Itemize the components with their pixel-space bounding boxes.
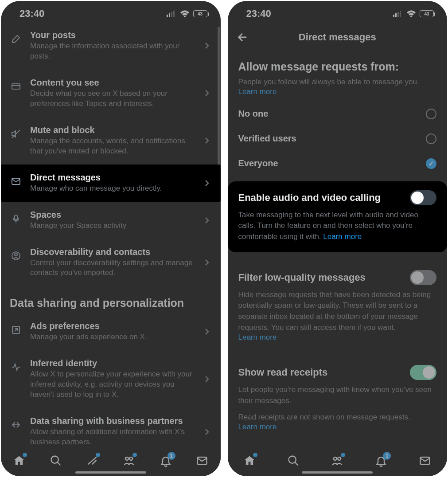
- cellular-icon: [393, 11, 403, 17]
- tab-messages[interactable]: [419, 454, 431, 467]
- status-time: 23:40: [19, 8, 44, 20]
- radio-everyone[interactable]: Everyone: [228, 151, 448, 176]
- settings-item-mute-and-block[interactable]: Mute and blockManage the accounts, words…: [1, 117, 221, 165]
- radio-label: No one: [238, 109, 269, 119]
- battery-icon: 43: [193, 10, 207, 17]
- svg-line-13: [57, 462, 60, 466]
- filter-toggle[interactable]: [410, 270, 436, 285]
- chevron-right-icon: [204, 88, 212, 98]
- tab-communities[interactable]: [123, 454, 135, 467]
- settings-item-spaces[interactable]: SpacesManage your Spaces activity: [1, 202, 221, 239]
- svg-rect-3: [173, 11, 175, 17]
- item-title: Discoverability and contacts: [30, 247, 196, 257]
- wifi-icon: [406, 10, 416, 17]
- status-bar: 23:40 43: [1, 1, 221, 22]
- battery-icon: 43: [420, 10, 434, 17]
- settings-item-inferred-identity[interactable]: Inferred identityAllow X to personalize …: [1, 350, 221, 408]
- cellular-icon: [167, 11, 176, 17]
- settings-item-direct-messages[interactable]: Direct messagesManage who can message yo…: [1, 165, 221, 202]
- svg-rect-20: [400, 11, 401, 17]
- notification-badge: 1: [383, 452, 391, 460]
- home-indicator[interactable]: [75, 471, 146, 474]
- card-icon: [10, 81, 22, 92]
- phone-left: 23:40 43 Your postsManage the informatio…: [1, 1, 221, 476]
- radio-button[interactable]: [426, 109, 436, 119]
- settings-item-your-posts[interactable]: Your postsManage the information associa…: [1, 22, 221, 70]
- learn-more-link[interactable]: Learn more: [238, 333, 437, 347]
- read-receipts-title: Show read receipts: [238, 367, 328, 378]
- item-title: Your posts: [30, 30, 196, 40]
- learn-more-link[interactable]: Learn more: [228, 87, 448, 102]
- tab-search[interactable]: [287, 454, 300, 467]
- tab-communities[interactable]: [331, 454, 343, 467]
- radio-button[interactable]: [426, 158, 436, 169]
- filter-desc: Hide message requests that have been det…: [238, 290, 437, 333]
- radio-button[interactable]: [426, 133, 436, 144]
- audio-video-card: Enable audio and video calling Take mess…: [228, 181, 448, 252]
- svg-rect-4: [12, 84, 20, 89]
- radio-label: Everyone: [238, 158, 278, 168]
- read-receipts-desc1: Let people you're messaging with know wh…: [238, 384, 437, 406]
- spaces-icon: [10, 213, 22, 224]
- av-calling-toggle[interactable]: [410, 190, 436, 205]
- filter-title: Filter low-quality messages: [238, 272, 366, 283]
- svg-point-24: [338, 457, 341, 460]
- tab-search[interactable]: [50, 454, 62, 467]
- chevron-right-icon: [204, 40, 212, 51]
- pencil-icon: [10, 34, 22, 44]
- read-receipts-desc2: Read receipts are not shown on message r…: [238, 412, 437, 423]
- activity-icon: [10, 362, 22, 372]
- svg-point-14: [125, 457, 129, 460]
- svg-rect-0: [167, 15, 168, 17]
- tab-messages[interactable]: [196, 454, 208, 467]
- section-header-data-sharing: Data sharing and personalization: [1, 286, 221, 313]
- notification-dot: [96, 453, 100, 457]
- settings-item-ads-preferences[interactable]: Ads preferencesManage your ads experienc…: [1, 313, 221, 350]
- item-title: Ads preferences: [30, 321, 196, 331]
- radio-no-one[interactable]: No one: [228, 102, 448, 126]
- tab-grok[interactable]: [86, 454, 98, 467]
- svg-rect-17: [393, 15, 394, 17]
- item-title: Content you see: [30, 78, 196, 88]
- item-subtitle: Manage the accounts, words, and notifica…: [30, 136, 196, 157]
- radio-label: Verified users: [238, 133, 296, 144]
- item-subtitle: Manage who can message you directly.: [30, 184, 196, 194]
- home-indicator[interactable]: [302, 471, 373, 474]
- item-subtitle: Allow X to personalize your experience w…: [30, 369, 196, 400]
- radio-verified-users[interactable]: Verified users: [228, 126, 448, 151]
- tab-notifications[interactable]: 1: [160, 454, 172, 467]
- tab-home[interactable]: [13, 454, 25, 467]
- svg-rect-1: [169, 13, 170, 17]
- svg-rect-19: [397, 12, 399, 17]
- svg-point-23: [334, 457, 337, 460]
- notification-dot: [132, 453, 137, 457]
- item-title: Mute and block: [30, 125, 196, 135]
- svg-rect-8: [15, 215, 17, 220]
- profile-icon: [10, 251, 22, 261]
- settings-item-content-you-see[interactable]: Content you seeDecide what you see on X …: [1, 70, 221, 117]
- item-subtitle: Control your discoverability settings an…: [30, 258, 196, 278]
- svg-rect-18: [395, 13, 397, 17]
- chevron-right-icon: [204, 374, 212, 384]
- learn-more-link[interactable]: Learn more: [238, 423, 437, 437]
- chevron-right-icon: [204, 257, 212, 268]
- learn-more-link[interactable]: Learn more: [323, 232, 362, 241]
- read-receipts-toggle[interactable]: [410, 365, 436, 380]
- allow-requests-sub: People you follow will always be able to…: [228, 75, 448, 87]
- settings-item-discoverability-and-contacts[interactable]: Discoverability and contactsControl your…: [1, 239, 221, 286]
- chevron-right-icon: [204, 427, 212, 437]
- tab-notifications[interactable]: 1: [375, 454, 387, 467]
- svg-point-12: [51, 456, 58, 463]
- svg-point-15: [129, 457, 132, 460]
- av-calling-title: Enable audio and video calling: [238, 192, 381, 204]
- item-subtitle: Decide what you see on X based on your p…: [30, 89, 196, 109]
- scroll-indicator[interactable]: [218, 27, 220, 182]
- tab-home[interactable]: [243, 454, 256, 467]
- item-title: Direct messages: [30, 172, 196, 183]
- item-subtitle: Allow sharing of additional information …: [30, 427, 196, 447]
- svg-point-10: [15, 253, 17, 256]
- svg-point-21: [289, 456, 296, 463]
- notification-dot: [23, 453, 27, 457]
- notification-badge: 1: [168, 452, 175, 460]
- svg-line-22: [295, 462, 298, 466]
